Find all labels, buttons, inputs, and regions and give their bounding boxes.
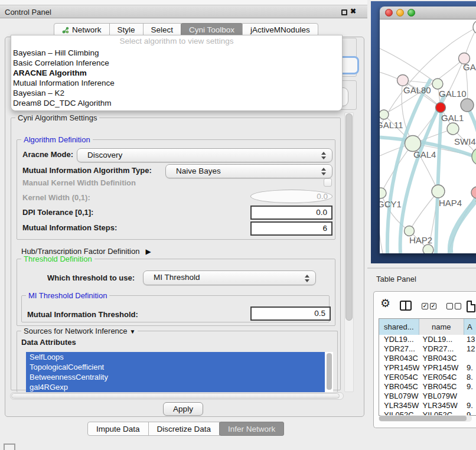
table-row[interactable]: YLR345WYLR345W9.	[379, 401, 476, 410]
table-cell[interactable]: 9.	[464, 401, 476, 410]
table-cell[interactable]: YBL079W	[379, 392, 419, 401]
tab-discretize-data[interactable]: Discretize Data	[148, 422, 220, 436]
group-title: Cyni Algorithm Settings	[15, 113, 99, 122]
tab-infer-network[interactable]: Infer Network	[219, 422, 284, 436]
table-cell[interactable]: YIL052C	[419, 410, 465, 415]
table-row[interactable]: YBR043CYBR043C	[379, 354, 476, 363]
table-cell[interactable]: 9.	[464, 382, 476, 392]
network-node-gcy1[interactable]	[380, 188, 386, 198]
float-window-icon[interactable]	[341, 9, 347, 15]
table-cell[interactable]: YER054C	[419, 373, 465, 382]
table-cell[interactable]: YBR043C	[419, 354, 465, 363]
algorithm-option[interactable]: Dream8 DC_TDC Algorithm	[11, 98, 342, 108]
network-node-gal11[interactable]	[380, 110, 389, 119]
table-cell[interactable]: YBR045C	[379, 382, 419, 392]
aracne-mode-select[interactable]: Discovery	[77, 148, 332, 162]
close-icon[interactable]: ✖	[350, 7, 356, 15]
table-row[interactable]: YBR045CYBR045C9.	[379, 382, 476, 392]
unchecked-checkbox-icon[interactable]	[455, 303, 461, 309]
checked-checkbox-icon[interactable]: ✓	[422, 303, 428, 309]
table-cell[interactable]: 9.	[464, 363, 476, 373]
table-cell[interactable]	[464, 392, 476, 401]
data-attributes-list[interactable]: SelfLoopsTopologicalCoefficientBetweenne…	[26, 352, 333, 392]
network-node-gal10[interactable]	[432, 79, 443, 89]
mi-steps-input[interactable]: 6	[250, 221, 332, 236]
network-node[interactable]	[473, 20, 476, 34]
attribute-list-item[interactable]: SelfLoops	[26, 352, 325, 362]
network-node[interactable]	[436, 103, 446, 113]
split-view-icon[interactable]	[400, 301, 412, 311]
algorithm-option[interactable]: Bayesian – Hill Climbing	[11, 48, 342, 58]
column-header-name[interactable]: name	[419, 319, 465, 335]
docked-panel-icon[interactable]	[4, 444, 15, 450]
dpi-tolerance-input[interactable]: 0.0	[250, 206, 332, 220]
table-body[interactable]: YDL19...YDL19...13YDR27...YDR27...12YBR0…	[379, 335, 476, 415]
table-row[interactable]: YPR145WYPR145W9.	[379, 363, 476, 373]
table-cell[interactable]: YDL19...	[419, 335, 465, 344]
network-node-gal80[interactable]	[397, 75, 409, 86]
table-row[interactable]: YBL079WYBL079W	[379, 392, 476, 401]
table-cell[interactable]	[464, 354, 476, 363]
table-cell[interactable]: YPR145W	[419, 363, 465, 373]
network-node-hap2[interactable]	[405, 226, 415, 236]
table-cell[interactable]: 9.	[464, 410, 476, 415]
collapse-down-icon[interactable]: ▼	[130, 328, 136, 335]
network-node-hap4[interactable]	[432, 185, 445, 198]
network-node-y[interactable]	[471, 187, 476, 198]
network-node-gal1[interactable]	[447, 123, 459, 135]
settings-horizontal-scrollbar-thumb[interactable]	[11, 393, 340, 399]
tab-label: Select	[151, 25, 174, 34]
table-cell[interactable]: 8.	[464, 373, 476, 382]
table-cell[interactable]: YBR045C	[419, 382, 465, 392]
manual-kernel-checkbox[interactable]	[324, 178, 332, 187]
column-header-cut[interactable]: A	[464, 319, 476, 335]
algorithm-option[interactable]: Bayesian – K2	[11, 88, 342, 98]
column-header-shared-name[interactable]: shared...	[379, 319, 419, 335]
table-cell[interactable]: YLR345W	[379, 401, 419, 410]
network-node[interactable]	[423, 244, 433, 253]
table-cell[interactable]: YLR345W	[419, 401, 465, 410]
table-cell[interactable]: YDR27...	[419, 344, 465, 354]
table-row[interactable]: YIL052CYIL052C9.	[379, 410, 476, 415]
zoom-traffic-light-icon[interactable]	[407, 9, 415, 17]
settings-vertical-scrollbar-thumb[interactable]	[345, 113, 353, 321]
table-row[interactable]: YER054CYER054C8.	[379, 373, 476, 382]
network-node-swi4[interactable]	[472, 148, 476, 165]
table-horizontal-scrollbar-thumb[interactable]	[379, 416, 467, 421]
algorithm-option[interactable]: ARACNE Algorithm	[11, 68, 342, 78]
which-threshold-select[interactable]: MI Threshold	[143, 270, 316, 285]
checked-checkbox-icon[interactable]: ✓	[430, 303, 436, 309]
attribute-list-item[interactable]: gal4RGexp	[26, 382, 325, 392]
table-cell[interactable]: YER054C	[379, 373, 419, 382]
table-cell[interactable]: 12	[464, 344, 476, 354]
tab-impute-data[interactable]: Impute Data	[87, 422, 149, 436]
gear-icon[interactable]: ⚙	[380, 296, 390, 310]
mi-threshold-input[interactable]: 0.5	[250, 306, 331, 321]
algorithm-option[interactable]: Basic Correlation Inference	[11, 58, 342, 68]
list-scrollbar-thumb[interactable]	[327, 353, 332, 390]
table-cell[interactable]: YIL052C	[379, 410, 419, 415]
table-row[interactable]: YDL19...YDL19...13	[379, 335, 476, 344]
table-row[interactable]: YDR27...YDR27...12	[379, 344, 476, 354]
apply-button[interactable]: Apply	[163, 402, 203, 416]
unchecked-checkbox-icon[interactable]	[446, 303, 453, 309]
table-cell[interactable]: YDL19...	[379, 335, 419, 344]
network-window-titlebar[interactable]	[380, 6, 476, 19]
attribute-list-item[interactable]: BetweennessCentrality	[26, 372, 325, 382]
algorithm-option[interactable]: Mutual Information Inference	[11, 78, 342, 88]
table-cell[interactable]: 13	[464, 335, 476, 344]
document-icon[interactable]	[467, 301, 475, 312]
table-horizontal-scrollbar[interactable]	[379, 415, 472, 422]
aracne-mode-label: Aracne Mode:	[22, 150, 73, 159]
table-cell[interactable]: YBR043C	[379, 354, 419, 363]
kernel-width-input[interactable]: 0.0	[250, 190, 332, 203]
table-cell[interactable]: YPR145W	[379, 363, 419, 373]
attribute-list-item[interactable]: TopologicalCoefficient	[26, 362, 325, 372]
table-cell[interactable]: YDR27...	[379, 344, 419, 354]
network-canvas[interactable]: GALGAL80GAL10GAL1GAL11GAL4SWI4GCY1HAP4YH…	[380, 19, 476, 253]
close-traffic-light-icon[interactable]	[385, 9, 393, 17]
minimize-traffic-light-icon[interactable]	[396, 9, 404, 17]
table-cell[interactable]: YBL079W	[419, 392, 465, 401]
mi-type-select[interactable]: Naive Bayes	[165, 164, 332, 178]
network-node[interactable]	[461, 99, 474, 112]
